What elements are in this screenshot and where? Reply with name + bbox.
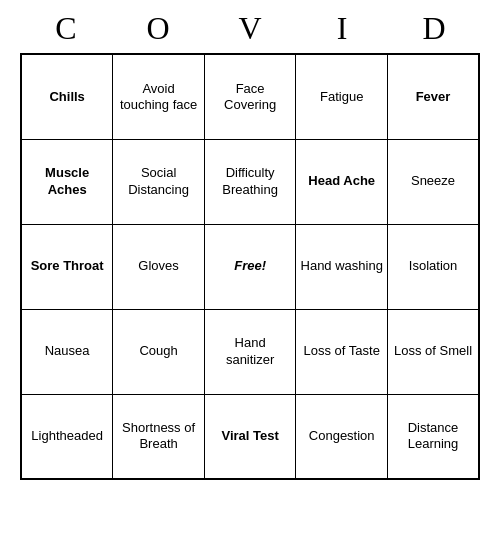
bingo-cell: Congestion xyxy=(296,394,388,479)
bingo-cell: Cough xyxy=(113,309,205,394)
bingo-cell: Isolation xyxy=(388,224,479,309)
header-letter: D xyxy=(394,10,474,47)
bingo-cell: Fever xyxy=(388,54,479,139)
bingo-cell: Lightheaded xyxy=(21,394,113,479)
bingo-cell: Distance Learning xyxy=(388,394,479,479)
header-letter: V xyxy=(210,10,290,47)
bingo-cell: Sneeze xyxy=(388,139,479,224)
bingo-cell: Hand sanitizer xyxy=(204,309,296,394)
bingo-cell: Fatigue xyxy=(296,54,388,139)
header-letter: I xyxy=(302,10,382,47)
bingo-cell: Difficulty Breathing xyxy=(204,139,296,224)
bingo-cell: Loss of Smell xyxy=(388,309,479,394)
bingo-cell: Avoid touching face xyxy=(113,54,205,139)
bingo-cell: Shortness of Breath xyxy=(113,394,205,479)
bingo-cell: Head Ache xyxy=(296,139,388,224)
bingo-cell: Nausea xyxy=(21,309,113,394)
header-letter: C xyxy=(26,10,106,47)
bingo-cell: Viral Test xyxy=(204,394,296,479)
bingo-cell: Sore Throat xyxy=(21,224,113,309)
bingo-cell: Face Covering xyxy=(204,54,296,139)
bingo-header: COVID xyxy=(20,0,480,53)
header-letter: O xyxy=(118,10,198,47)
bingo-cell: Social Distancing xyxy=(113,139,205,224)
bingo-cell: Chills xyxy=(21,54,113,139)
bingo-cell: Loss of Taste xyxy=(296,309,388,394)
bingo-grid: ChillsAvoid touching faceFace CoveringFa… xyxy=(20,53,480,480)
bingo-cell: Gloves xyxy=(113,224,205,309)
bingo-cell: Hand washing xyxy=(296,224,388,309)
bingo-cell: Muscle Aches xyxy=(21,139,113,224)
bingo-cell: Free! xyxy=(204,224,296,309)
